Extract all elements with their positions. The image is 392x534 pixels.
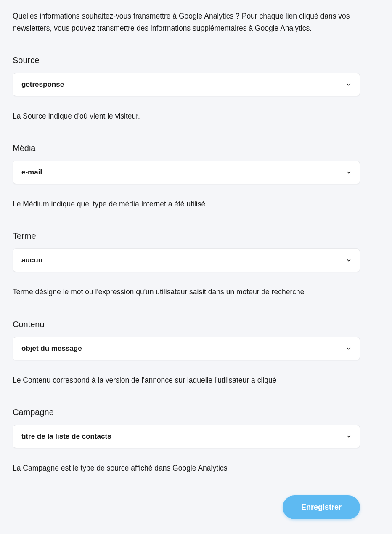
save-button[interactable]: Enregistrer xyxy=(283,495,360,519)
term-select[interactable]: aucun xyxy=(13,248,360,272)
media-description: Le Médium indique quel type de média Int… xyxy=(13,198,379,209)
field-group-media: Média e-mail Le Médium indique quel type… xyxy=(13,143,379,209)
term-select-wrapper: aucun xyxy=(13,248,360,272)
source-description: La Source indique d'où vient le visiteur… xyxy=(13,111,379,122)
field-group-term: Terme aucun Terme désigne le mot ou l'ex… xyxy=(13,231,379,297)
content-description: Le Contenu correspond à la version de l'… xyxy=(13,375,379,386)
actions-row: Enregistrer xyxy=(13,495,360,519)
source-select-value: getresponse xyxy=(21,80,64,89)
content-select[interactable]: objet du message xyxy=(13,337,360,360)
field-group-campaign: Campagne titre de la liste de contacts L… xyxy=(13,407,379,473)
media-select-value: e-mail xyxy=(21,168,42,177)
source-label: Source xyxy=(13,56,379,65)
content-select-wrapper: objet du message xyxy=(13,337,360,360)
field-group-content: Contenu objet du message Le Contenu corr… xyxy=(13,320,379,386)
media-label: Média xyxy=(13,143,379,153)
term-select-value: aucun xyxy=(21,256,42,264)
intro-text: Quelles informations souhaitez-vous tran… xyxy=(13,10,358,34)
content-label: Contenu xyxy=(13,320,379,329)
content-select-value: objet du message xyxy=(21,344,82,353)
term-description: Terme désigne le mot ou l'expression qu'… xyxy=(13,286,379,297)
media-select[interactable]: e-mail xyxy=(13,161,360,184)
campaign-label: Campagne xyxy=(13,407,379,417)
campaign-select[interactable]: titre de la liste de contacts xyxy=(13,425,360,448)
campaign-select-wrapper: titre de la liste de contacts xyxy=(13,425,360,448)
field-group-source: Source getresponse La Source indique d'o… xyxy=(13,56,379,122)
campaign-select-value: titre de la liste de contacts xyxy=(21,432,111,441)
source-select-wrapper: getresponse xyxy=(13,73,360,96)
source-select[interactable]: getresponse xyxy=(13,73,360,96)
campaign-description: La Campagne est le type de source affich… xyxy=(13,463,379,473)
term-label: Terme xyxy=(13,231,379,241)
media-select-wrapper: e-mail xyxy=(13,161,360,184)
